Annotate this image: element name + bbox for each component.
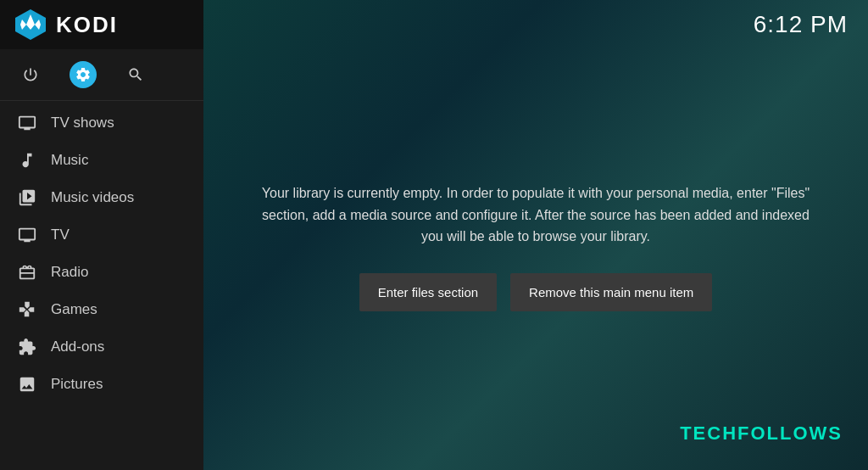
sidebar-label-radio: Radio [51,264,88,281]
sidebar-label-games: Games [51,301,97,318]
sidebar: KODI TV shows [0,0,203,470]
add-ons-icon [17,337,37,357]
clock-display: 6:12 PM [754,11,848,38]
remove-menu-item-button[interactable]: Remove this main menu item [510,273,712,311]
kodi-logo-icon [14,8,47,42]
power-icon [22,66,39,83]
sidebar-label-tv-shows: TV shows [51,115,114,131]
enter-files-button[interactable]: Enter files section [359,273,497,311]
sidebar-item-music[interactable]: Music [0,142,203,179]
search-icon [127,66,144,83]
sidebar-label-music: Music [51,152,88,169]
top-bar: 6:12 PM [203,0,868,49]
sidebar-header: KODI [0,0,203,49]
info-message: Your library is currently empty. In orde… [254,182,817,248]
watermark-text: TECHFOLLOWS [680,422,843,445]
sidebar-label-music-videos: Music videos [51,189,134,206]
action-buttons: Enter files section Remove this main men… [359,273,713,311]
pictures-icon [17,374,37,394]
settings-icon [75,66,92,83]
sidebar-item-music-videos[interactable]: Music videos [0,179,203,216]
music-videos-icon [17,187,37,208]
sidebar-label-add-ons: Add-ons [51,339,104,355]
sidebar-item-tv[interactable]: TV [0,216,203,254]
radio-icon [17,262,37,283]
music-icon [17,150,37,171]
sidebar-label-pictures: Pictures [51,376,103,393]
sidebar-item-tv-shows[interactable]: TV shows [0,104,203,142]
main-content: 6:12 PM Your library is currently empty.… [203,0,868,470]
sidebar-icon-bar [0,49,203,101]
sidebar-item-add-ons[interactable]: Add-ons [0,328,203,366]
sidebar-item-radio[interactable]: Radio [0,254,203,291]
sidebar-item-pictures[interactable]: Pictures [0,366,203,403]
power-button[interactable] [17,61,44,88]
sidebar-label-tv: TV [51,227,70,243]
games-icon [17,299,37,320]
settings-button[interactable] [70,61,97,88]
sidebar-item-games[interactable]: Games [0,291,203,328]
tv-shows-icon [17,113,37,133]
search-button[interactable] [122,61,149,88]
content-area: Your library is currently empty. In orde… [203,49,868,470]
sidebar-nav: TV shows Music Music videos TV Radio [0,101,203,470]
tv-icon [17,225,37,245]
kodi-title: KODI [56,12,118,38]
